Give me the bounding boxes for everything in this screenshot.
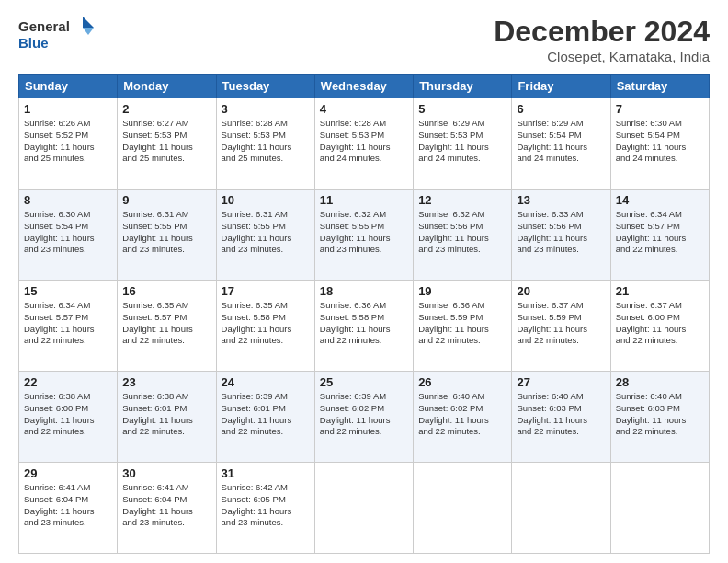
svg-marker-2: [83, 17, 94, 28]
table-cell: 13Sunrise: 6:33 AMSunset: 5:56 PMDayligh…: [512, 190, 610, 281]
day-number: 20: [517, 284, 605, 298]
day-number: 28: [616, 375, 704, 389]
table-cell: 30Sunrise: 6:41 AMSunset: 6:04 PMDayligh…: [118, 463, 216, 554]
day-number: 15: [24, 284, 112, 298]
cell-content: Sunrise: 6:41 AMSunset: 6:04 PMDaylight:…: [122, 482, 210, 529]
cell-content: Sunrise: 6:41 AMSunset: 6:04 PMDaylight:…: [24, 482, 112, 529]
cell-content: Sunrise: 6:31 AMSunset: 5:55 PMDaylight:…: [222, 209, 310, 256]
table-cell: 29Sunrise: 6:41 AMSunset: 6:04 PMDayligh…: [19, 463, 118, 554]
calendar-header-row: Sunday Monday Tuesday Wednesday Thursday…: [19, 75, 710, 98]
day-number: 4: [320, 102, 408, 116]
col-tuesday: Tuesday: [216, 75, 314, 98]
cell-content: Sunrise: 6:34 AMSunset: 5:57 PMDaylight:…: [616, 209, 704, 256]
cell-content: Sunrise: 6:40 AMSunset: 6:03 PMDaylight:…: [616, 391, 704, 438]
table-cell: 8Sunrise: 6:30 AMSunset: 5:54 PMDaylight…: [19, 190, 118, 281]
day-number: 25: [320, 375, 408, 389]
cell-content: Sunrise: 6:38 AMSunset: 6:00 PMDaylight:…: [24, 391, 112, 438]
table-cell: 17Sunrise: 6:35 AMSunset: 5:58 PMDayligh…: [216, 281, 314, 372]
col-saturday: Saturday: [610, 75, 709, 98]
cell-content: Sunrise: 6:29 AMSunset: 5:54 PMDaylight:…: [517, 118, 605, 165]
day-number: 7: [616, 102, 704, 116]
table-cell: [314, 463, 413, 554]
main-title: December 2024: [494, 15, 710, 49]
cell-content: Sunrise: 6:35 AMSunset: 5:58 PMDaylight:…: [222, 300, 310, 347]
day-number: 22: [24, 375, 112, 389]
day-number: 26: [418, 375, 506, 389]
day-number: 2: [122, 102, 210, 116]
day-number: 17: [222, 284, 310, 298]
col-thursday: Thursday: [414, 75, 512, 98]
svg-text:Blue: Blue: [18, 35, 49, 51]
day-number: 8: [24, 193, 112, 207]
day-number: 13: [517, 193, 605, 207]
table-cell: 7Sunrise: 6:30 AMSunset: 5:54 PMDaylight…: [610, 98, 709, 190]
logo: General Blue: [18, 15, 101, 55]
table-cell: 26Sunrise: 6:40 AMSunset: 6:02 PMDayligh…: [414, 372, 512, 463]
table-cell: 5Sunrise: 6:29 AMSunset: 5:53 PMDaylight…: [414, 98, 512, 190]
day-number: 11: [320, 193, 408, 207]
table-cell: [414, 463, 512, 554]
cell-content: Sunrise: 6:36 AMSunset: 5:58 PMDaylight:…: [320, 300, 408, 347]
calendar-table: Sunday Monday Tuesday Wednesday Thursday…: [18, 74, 710, 554]
cell-content: Sunrise: 6:40 AMSunset: 6:03 PMDaylight:…: [517, 391, 605, 438]
cell-content: Sunrise: 6:37 AMSunset: 6:00 PMDaylight:…: [616, 300, 704, 347]
cell-content: Sunrise: 6:27 AMSunset: 5:53 PMDaylight:…: [122, 118, 210, 165]
week-row-3: 15Sunrise: 6:34 AMSunset: 5:57 PMDayligh…: [19, 281, 710, 372]
day-number: 27: [517, 375, 605, 389]
cell-content: Sunrise: 6:33 AMSunset: 5:56 PMDaylight:…: [517, 209, 605, 256]
page: General Blue December 2024 Closepet, Kar…: [0, 0, 728, 563]
svg-marker-3: [83, 28, 94, 35]
table-cell: 6Sunrise: 6:29 AMSunset: 5:54 PMDaylight…: [512, 98, 610, 190]
day-number: 19: [418, 284, 506, 298]
day-number: 24: [222, 375, 310, 389]
day-number: 6: [517, 102, 605, 116]
day-number: 9: [122, 193, 210, 207]
cell-content: Sunrise: 6:32 AMSunset: 5:56 PMDaylight:…: [418, 209, 506, 256]
cell-content: Sunrise: 6:26 AMSunset: 5:52 PMDaylight:…: [24, 118, 112, 165]
day-number: 5: [418, 102, 506, 116]
table-cell: 23Sunrise: 6:38 AMSunset: 6:01 PMDayligh…: [118, 372, 216, 463]
title-block: December 2024 Closepet, Karnataka, India: [494, 15, 710, 64]
col-monday: Monday: [118, 75, 216, 98]
col-wednesday: Wednesday: [314, 75, 413, 98]
day-number: 18: [320, 284, 408, 298]
cell-content: Sunrise: 6:36 AMSunset: 5:59 PMDaylight:…: [418, 300, 506, 347]
cell-content: Sunrise: 6:31 AMSunset: 5:55 PMDaylight:…: [122, 209, 210, 256]
week-row-5: 29Sunrise: 6:41 AMSunset: 6:04 PMDayligh…: [19, 463, 710, 554]
day-number: 30: [122, 466, 210, 480]
table-cell: 25Sunrise: 6:39 AMSunset: 6:02 PMDayligh…: [314, 372, 413, 463]
table-cell: 14Sunrise: 6:34 AMSunset: 5:57 PMDayligh…: [610, 190, 709, 281]
table-cell: 27Sunrise: 6:40 AMSunset: 6:03 PMDayligh…: [512, 372, 610, 463]
day-number: 14: [616, 193, 704, 207]
header: General Blue December 2024 Closepet, Kar…: [18, 15, 710, 64]
col-friday: Friday: [512, 75, 610, 98]
day-number: 16: [122, 284, 210, 298]
day-number: 10: [222, 193, 310, 207]
cell-content: Sunrise: 6:29 AMSunset: 5:53 PMDaylight:…: [418, 118, 506, 165]
table-cell: 9Sunrise: 6:31 AMSunset: 5:55 PMDaylight…: [118, 190, 216, 281]
week-row-2: 8Sunrise: 6:30 AMSunset: 5:54 PMDaylight…: [19, 190, 710, 281]
table-cell: 28Sunrise: 6:40 AMSunset: 6:03 PMDayligh…: [610, 372, 709, 463]
table-cell: 21Sunrise: 6:37 AMSunset: 6:00 PMDayligh…: [610, 281, 709, 372]
table-cell: 31Sunrise: 6:42 AMSunset: 6:05 PMDayligh…: [216, 463, 314, 554]
table-cell: 18Sunrise: 6:36 AMSunset: 5:58 PMDayligh…: [314, 281, 413, 372]
cell-content: Sunrise: 6:39 AMSunset: 6:01 PMDaylight:…: [222, 391, 310, 438]
week-row-1: 1Sunrise: 6:26 AMSunset: 5:52 PMDaylight…: [19, 98, 710, 190]
table-cell: 16Sunrise: 6:35 AMSunset: 5:57 PMDayligh…: [118, 281, 216, 372]
cell-content: Sunrise: 6:32 AMSunset: 5:55 PMDaylight:…: [320, 209, 408, 256]
cell-content: Sunrise: 6:28 AMSunset: 5:53 PMDaylight:…: [320, 118, 408, 165]
table-cell: 10Sunrise: 6:31 AMSunset: 5:55 PMDayligh…: [216, 190, 314, 281]
table-cell: [512, 463, 610, 554]
cell-content: Sunrise: 6:38 AMSunset: 6:01 PMDaylight:…: [122, 391, 210, 438]
table-cell: 4Sunrise: 6:28 AMSunset: 5:53 PMDaylight…: [314, 98, 413, 190]
subtitle: Closepet, Karnataka, India: [494, 49, 710, 64]
col-sunday: Sunday: [19, 75, 118, 98]
table-cell: 3Sunrise: 6:28 AMSunset: 5:53 PMDaylight…: [216, 98, 314, 190]
cell-content: Sunrise: 6:28 AMSunset: 5:53 PMDaylight:…: [222, 118, 310, 165]
cell-content: Sunrise: 6:30 AMSunset: 5:54 PMDaylight:…: [24, 209, 112, 256]
cell-content: Sunrise: 6:34 AMSunset: 5:57 PMDaylight:…: [24, 300, 112, 347]
table-cell: 15Sunrise: 6:34 AMSunset: 5:57 PMDayligh…: [19, 281, 118, 372]
cell-content: Sunrise: 6:42 AMSunset: 6:05 PMDaylight:…: [222, 482, 310, 529]
table-cell: 20Sunrise: 6:37 AMSunset: 5:59 PMDayligh…: [512, 281, 610, 372]
day-number: 21: [616, 284, 704, 298]
